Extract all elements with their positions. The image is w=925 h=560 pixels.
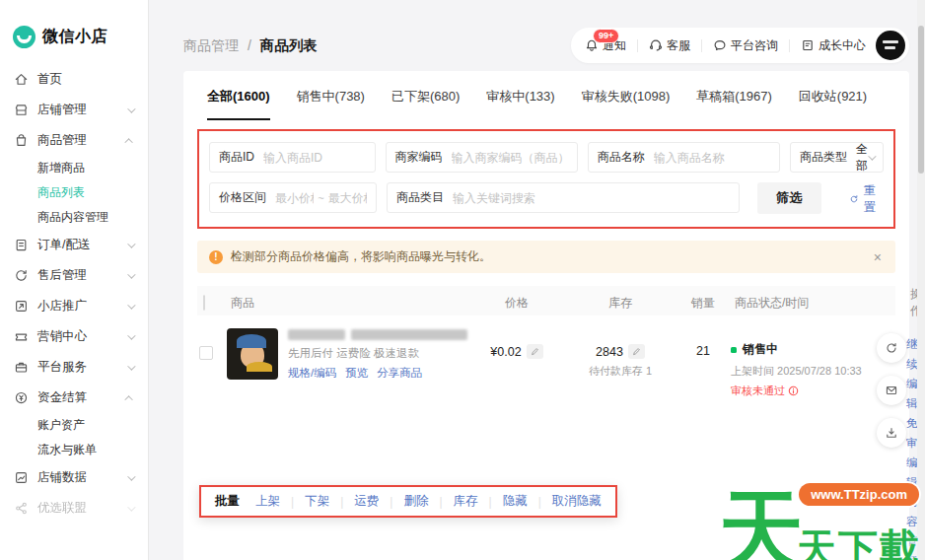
product-name-field[interactable]: 商品名称 [588,142,780,173]
sidebar-item-product-mgmt[interactable]: 商品管理 [0,125,148,156]
growth-center-icon [801,38,815,52]
sidebar-item-alliance[interactable]: 优选联盟 [0,493,148,524]
sales-value: 21 [676,328,731,358]
sidebar-item-product-list[interactable]: 商品列表 [0,180,148,205]
price-min-input[interactable] [275,191,314,205]
merchant-code-input[interactable] [452,151,568,165]
batch-stock-button[interactable]: 库存 [454,493,478,510]
tab-in-review[interactable]: 审核中(133) [486,88,554,120]
no-audit-edit-link[interactable]: 免审编辑 [906,413,918,492]
category-input[interactable] [453,191,730,205]
batch-delete-button[interactable]: 删除 [403,493,428,510]
filter-button[interactable]: 筛选 [757,182,821,214]
preview-link[interactable]: 预览 [345,366,368,381]
continue-edit-link[interactable]: 继续编辑 [906,334,918,413]
content-mgmt-link[interactable]: 内容管理 [906,492,918,560]
page-scrollbar[interactable] [917,0,925,560]
row-checkbox[interactable] [199,346,213,360]
status-text: 销售中 [743,341,778,358]
customer-service-button[interactable]: 客服 [649,37,690,54]
close-icon[interactable]: × [872,249,884,265]
tab-off-shelf[interactable]: 已下架(680) [391,88,460,120]
sidebar: 微信小店 首页 店铺管理 商品管理 新增商品 商品列表 商品内容管理 [0,0,149,560]
import-button[interactable] [877,418,906,448]
feedback-button[interactable] [877,376,906,405]
sidebar-item-marketing[interactable]: 营销中心 [0,321,148,352]
brand-logo: 微信小店 [0,0,148,48]
batch-off-shelf-button[interactable]: 下架 [305,493,329,510]
batch-shipping-button[interactable]: 运费 [354,493,379,510]
price-max-input[interactable] [328,191,367,205]
chevron-down-icon [127,503,135,511]
col-product: 商品 [227,295,468,312]
floating-buttons [877,333,906,448]
share-product-link[interactable]: 分享商品 [377,366,422,381]
sidebar-item-orders[interactable]: 订单/配送 [0,230,148,260]
product-type-select[interactable]: 商品类型 全部 [790,142,884,173]
download-icon [885,426,898,440]
tab-drafts[interactable]: 草稿箱(1967) [696,88,772,120]
batch-on-shelf-button[interactable]: 上架 [255,493,280,510]
order-icon [14,238,29,252]
edit-stock-button[interactable] [628,344,645,359]
notification-badge: 99+ [593,29,619,43]
sidebar-item-add-product[interactable]: 新增商品 [0,156,148,180]
wechat-store-admin: 微信小店 首页 店铺管理 商品管理 新增商品 商品列表 商品内容管理 [0,0,925,560]
chevron-down-icon [127,270,135,278]
product-name-input[interactable] [654,151,770,165]
sidebar-item-promotion[interactable]: 小店推广 [0,291,148,321]
divider [789,39,790,52]
sidebar-item-product-content[interactable]: 商品内容管理 [0,205,148,230]
avatar[interactable] [876,31,905,60]
product-id-input[interactable] [263,151,366,165]
notification-button[interactable]: 通知 99+ [585,37,626,54]
sidebar-item-aftersale[interactable]: 售后管理 [0,260,148,291]
product-list-card: 全部(1600) 销售中(738) 已下架(680) 审核中(133) 审核失败… [183,71,909,560]
breadcrumb: 商品管理 / 商品列表 [183,36,318,55]
product-table: 商品 价格 库存 销量 商品状态/时间 操作 先用后付 运费险 极速退款 规格/… [197,286,895,560]
table-row: 先用后付 运费险 极速退款 规格/编码 预览 分享商品 ¥0.02 2843 待… [197,315,895,560]
chat-bubble-icon [713,38,727,52]
sidebar-item-store-mgmt[interactable]: 店铺管理 [0,95,148,125]
refresh-icon [885,341,898,355]
status-tabs: 全部(1600) 销售中(738) 已下架(680) 审核中(133) 审核失败… [183,71,909,120]
product-thumbnail[interactable] [227,328,278,380]
alliance-icon [14,501,29,516]
sidebar-item-account-assets[interactable]: 账户资产 [0,413,148,438]
reset-icon [849,193,859,205]
tab-all[interactable]: 全部(1600) [207,88,270,120]
chevron-down-icon [127,301,135,309]
scrollbar-thumb[interactable] [918,26,924,174]
product-type-value: 全部 [856,141,868,175]
topbar-actions: 通知 99+ 客服 平台咨询 成长中心 [571,28,909,63]
platform-icon [14,360,29,375]
product-id-field[interactable]: 商品ID [209,142,376,173]
category-field[interactable]: 商品类目 [387,182,740,213]
tab-recycle-bin[interactable]: 回收站(921) [799,88,867,120]
sidebar-item-home[interactable]: 首页 [0,64,148,95]
price-range-field[interactable]: 价格区间 ~ [209,182,377,213]
batch-label: 批量 [215,493,240,510]
chevron-down-icon [127,362,135,370]
edit-price-button[interactable] [527,344,543,359]
select-all-checkbox[interactable] [203,295,205,311]
warning-text: 检测部分商品价格偏高，将影响商品曝光与转化。 [231,248,872,265]
col-status: 商品状态/时间 [731,295,906,312]
bag-icon [14,133,29,148]
tab-on-sale[interactable]: 销售中(738) [297,88,365,120]
sidebar-item-funds[interactable]: 资金结算 [0,383,148,413]
platform-consult-button[interactable]: 平台咨询 [713,37,778,54]
batch-unhide-button[interactable]: 取消隐藏 [552,493,602,510]
sidebar-item-store-data[interactable]: 店铺数据 [0,462,148,493]
price-value: ¥0.02 [490,345,521,359]
growth-center-button[interactable]: 成长中心 [801,37,866,54]
merchant-code-field[interactable]: 商家编码 [386,142,578,173]
spec-code-link[interactable]: 规格/编码 [288,366,336,381]
batch-hide-button[interactable]: 隐藏 [503,493,528,510]
reset-button[interactable]: 重置 [849,182,884,216]
refresh-button[interactable] [877,333,906,363]
sidebar-item-bills[interactable]: 流水与账单 [0,438,148,462]
breadcrumb-parent[interactable]: 商品管理 [183,37,239,53]
tab-review-failed[interactable]: 审核失败(1098) [582,88,671,120]
sidebar-item-platform[interactable]: 平台服务 [0,352,148,383]
